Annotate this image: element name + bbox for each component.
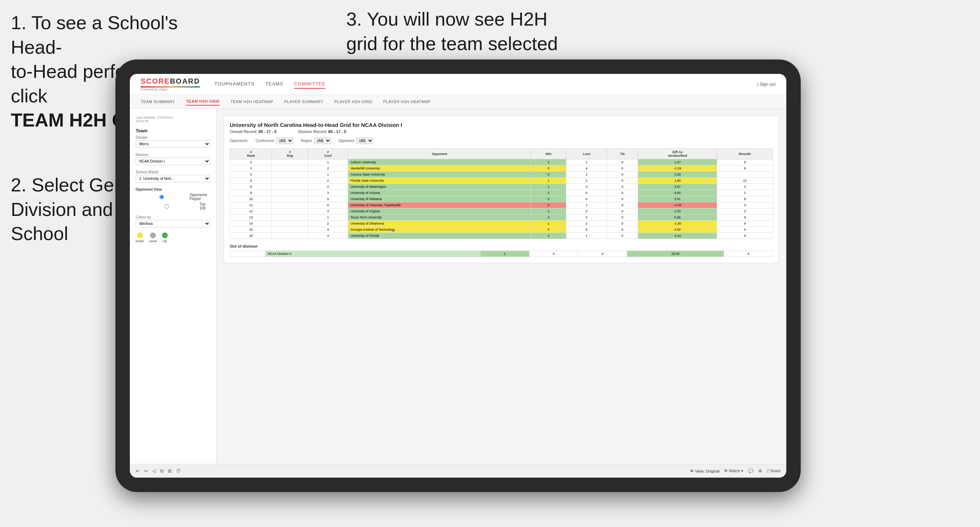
- cell-tie: 0: [607, 227, 638, 233]
- cell-loss: 2: [566, 178, 607, 184]
- share-button[interactable]: ⤴ Share: [767, 468, 781, 473]
- paste-icon[interactable]: ⊞: [168, 468, 172, 474]
- cell-loss: 0: [566, 214, 607, 221]
- cell-rounds: 9: [717, 227, 773, 233]
- cell-opponent: University of Arizona: [348, 190, 531, 196]
- undo-icon[interactable]: ↩: [135, 468, 140, 474]
- sub-nav-team-h2h-grid[interactable]: TEAM H2H GRID: [186, 98, 220, 106]
- cell-win: 0: [531, 227, 566, 233]
- grid-panel: University of North Carolina Head-to-Hea…: [224, 116, 779, 263]
- cell-win: 5: [531, 171, 566, 178]
- time-icon[interactable]: ⏱: [176, 468, 181, 474]
- cell-win: 2: [531, 159, 566, 165]
- cell-reg: [272, 233, 308, 239]
- radio-opponents-played[interactable]: Opponents Played: [135, 193, 210, 201]
- ood-loss: 0: [529, 251, 578, 257]
- opponent-select[interactable]: (All): [356, 137, 373, 144]
- cell-win: 0: [531, 165, 566, 171]
- cell-rank: 14: [230, 221, 272, 227]
- cell-diff: 2.29: [638, 171, 717, 178]
- cell-conf: 3: [308, 208, 348, 214]
- cell-reg: [272, 227, 308, 233]
- sidebar-timestamp: Last Updated: 27/03/2024 16:55:38: [135, 116, 210, 123]
- watch-button[interactable]: 👁 Watch ▾: [724, 468, 743, 473]
- sub-nav-player-h2h-grid[interactable]: PLAYER H2H GRID: [334, 98, 372, 105]
- main-content: Last Updated: 27/03/2024 16:55:38 Team G…: [130, 108, 786, 464]
- conference-select[interactable]: (All): [276, 137, 293, 144]
- annotation-3: 3. You will now see H2H grid for the tea…: [346, 7, 570, 56]
- chat-icon[interactable]: 💬: [748, 468, 754, 473]
- nav-committee[interactable]: COMMITTEE: [294, 80, 325, 89]
- sub-nav-player-h2h-heatmap[interactable]: PLAYER H2H HEATMAP: [383, 98, 431, 105]
- out-of-division-label: Out of division: [230, 244, 773, 248]
- cell-opponent: University of Oklahoma: [348, 221, 531, 227]
- layout-icon[interactable]: ⊞: [759, 468, 762, 473]
- cell-win: 3: [531, 196, 566, 202]
- cell-conf: 2: [308, 178, 348, 184]
- overall-record: Overall Record: 89 - 17 - 0: [230, 129, 277, 134]
- school-select[interactable]: 1. University of Nort...: [135, 175, 210, 183]
- down-dot: [137, 232, 143, 238]
- sub-nav-player-summary[interactable]: PLAYER SUMMARY: [284, 98, 323, 105]
- table-row: 16 3 University of Florida 3 1 0 -6.42 9: [230, 233, 773, 239]
- logo-sub: Powered by clippd: [141, 87, 200, 91]
- gender-select[interactable]: Men's: [135, 140, 210, 148]
- sidebar-opponent-view: Opponent View Opponents Played Top 100: [135, 187, 210, 210]
- sub-nav-team-summary[interactable]: TEAM SUMMARY: [141, 98, 175, 105]
- cell-loss: 2: [566, 221, 607, 227]
- cell-conf: 5: [308, 196, 348, 202]
- ood-win: 1: [480, 251, 529, 257]
- region-filter: Region (All): [301, 137, 331, 144]
- sidebar-colour-by: Colour by Win/loss: [135, 215, 210, 227]
- col-loss: Loss: [566, 149, 607, 159]
- cell-win: 1: [531, 208, 566, 214]
- col-rank: #Rank: [230, 149, 272, 159]
- sidebar-team-label: Team: [135, 128, 210, 133]
- copy-icon[interactable]: ⧉: [160, 468, 163, 474]
- sub-nav-team-h2h-heatmap[interactable]: TEAM H2H HEATMAP: [231, 98, 274, 105]
- cell-opponent: University of Alabama: [348, 196, 531, 202]
- division-select[interactable]: NCAA Division I: [135, 157, 210, 165]
- opponent-label: Opponent: [338, 139, 354, 143]
- colour-by-select[interactable]: Win/loss: [135, 220, 210, 227]
- grid-title: University of North Carolina Head-to-Hea…: [230, 122, 773, 128]
- out-of-division-row: NCAA Division II 1 0 0 26.00 3: [230, 251, 773, 257]
- cell-conf: 1: [308, 171, 348, 178]
- col-tie: Tie: [607, 149, 638, 159]
- sign-out[interactable]: | Sign out: [757, 82, 776, 87]
- nav-teams[interactable]: TEAMS: [266, 80, 283, 89]
- cell-loss: 0: [566, 190, 607, 196]
- radio-top100[interactable]: Top 100: [135, 202, 210, 210]
- opponents-filter-label: Opponents:: [230, 139, 248, 143]
- cell-diff: -2.29: [638, 165, 717, 171]
- cell-diff: 2.61: [638, 196, 717, 202]
- cell-rank: 12: [230, 208, 272, 214]
- table-row: 15 4 Georgia Institute of Technology 0 5…: [230, 227, 773, 233]
- cell-tie: 0: [607, 178, 638, 184]
- cell-conf: 2: [308, 221, 348, 227]
- cell-conf: 3: [308, 190, 348, 196]
- region-select[interactable]: (All): [314, 137, 331, 144]
- cell-opponent: Florida State University: [348, 178, 531, 184]
- cell-win: 1: [531, 190, 566, 196]
- cell-diff: 4.50: [638, 227, 717, 233]
- sub-nav: TEAM SUMMARY TEAM H2H GRID TEAM H2H HEAT…: [130, 95, 786, 108]
- cell-opponent: University of Virginia: [348, 208, 531, 214]
- cell-rank: 16: [230, 233, 272, 239]
- cell-conf: 2: [308, 165, 348, 171]
- cell-rank: 3: [230, 165, 272, 171]
- back-icon[interactable]: ◁: [152, 468, 156, 474]
- out-of-division-table: NCAA Division II 1 0 0 26.00 3: [230, 251, 773, 257]
- cell-opponent: Vanderbilt University: [348, 165, 531, 171]
- cell-diff: 9.00: [638, 190, 717, 196]
- grid-records: Overall Record: 89 - 17 - 0 Division Rec…: [230, 129, 773, 134]
- division-record: Division Record: 88 - 17 - 0: [298, 129, 346, 134]
- cell-rounds: 3: [717, 208, 773, 214]
- cell-rounds: 9: [717, 159, 773, 165]
- cell-rounds: [717, 171, 773, 178]
- cell-loss: 5: [566, 227, 607, 233]
- redo-icon[interactable]: ↪: [144, 468, 148, 474]
- nav-tournaments[interactable]: TOURNAMENTS: [214, 80, 254, 89]
- grid-area: University of North Carolina Head-to-Hea…: [216, 108, 786, 464]
- toolbar-view: 👁 View: Original: [690, 469, 719, 473]
